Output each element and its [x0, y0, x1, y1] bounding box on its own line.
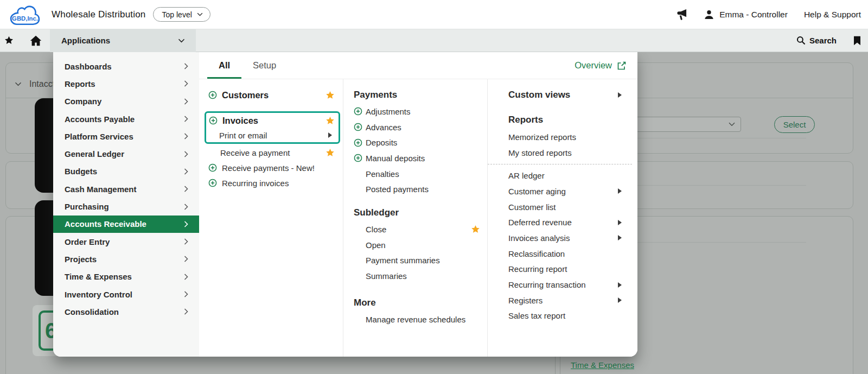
more-section-header: More	[354, 297, 480, 309]
favorite-star-icon[interactable]	[326, 91, 335, 100]
menu-item-label: Close	[366, 225, 386, 234]
chevron-right-icon	[184, 291, 188, 297]
menu-item-open[interactable]: Open	[354, 237, 480, 253]
menu-item-manage-revenue-schedules[interactable]: Manage revenue schedules	[354, 312, 480, 327]
sidebar-item-label: Reports	[65, 79, 95, 88]
tab-setup[interactable]: Setup	[241, 52, 288, 79]
overview-link[interactable]: Overview	[575, 52, 637, 79]
submenu-arrow-icon	[618, 282, 622, 288]
menu-item-customer-aging[interactable]: Customer aging	[508, 183, 622, 199]
menu-item-label: Recurring invoices	[222, 179, 289, 188]
chevron-right-icon	[184, 98, 188, 105]
favorite-star-icon[interactable]	[326, 116, 335, 125]
menu-item-label: Adjustments	[366, 107, 411, 116]
menu-item-ar-ledger[interactable]: AR ledger	[508, 168, 622, 183]
chevron-right-icon	[184, 151, 188, 157]
applications-menu-button[interactable]: Applications	[50, 29, 196, 52]
sidebar-item-label: Platform Services	[65, 132, 133, 141]
time-expenses-link[interactable]: Time & Expenses	[571, 360, 634, 370]
company-logo[interactable]: GBD,Inc.	[3, 3, 47, 27]
menu-item-label: Customer aging	[508, 187, 566, 196]
sidebar-item-accounts-receivable[interactable]: Accounts Receivable	[53, 215, 199, 233]
sidebar-item-general-ledger[interactable]: General Ledger	[53, 145, 199, 162]
menu-item-payment-summaries[interactable]: Payment summaries	[354, 253, 480, 269]
sidebar-item-company[interactable]: Company	[53, 93, 199, 110]
sidebar-item-inventory-control[interactable]: Inventory Control	[53, 286, 199, 303]
menu-item-custom-views[interactable]: Custom views	[508, 89, 622, 101]
collapse-chevron-icon	[15, 82, 22, 86]
sidebar-item-time-expenses[interactable]: Time & Expenses	[53, 268, 199, 286]
menu-item-close[interactable]: Close	[354, 221, 480, 237]
menu-item-label: Print or email	[219, 131, 267, 140]
menu-item-manual-deposits[interactable]: Manual deposits	[354, 150, 480, 166]
flyout-column-payments: Payments Adjustments Advances Deposits	[343, 79, 487, 357]
menu-item-deposits[interactable]: Deposits	[354, 135, 480, 150]
menu-item-recurring-transaction[interactable]: Recurring transaction	[508, 277, 622, 293]
select-button[interactable]: Select	[774, 116, 815, 133]
icon-spacer	[354, 185, 362, 194]
menu-item-receive-payments-new[interactable]: Receive payments - New!	[199, 160, 343, 175]
sidebar-item-accounts-payable[interactable]: Accounts Payable	[53, 110, 199, 128]
sidebar-item-consolidation[interactable]: Consolidation	[53, 303, 199, 320]
favorites-button[interactable]	[4, 36, 14, 45]
menu-item-label: Manage revenue schedules	[366, 315, 465, 324]
sidebar-item-cash-management[interactable]: Cash Management	[53, 180, 199, 198]
toolbar: Applications Search	[0, 29, 868, 52]
sidebar-item-label: Projects	[65, 255, 97, 264]
menu-item-recurring-invoices[interactable]: Recurring invoices	[199, 175, 343, 191]
menu-item-receive-a-payment[interactable]: Receive a payment	[199, 145, 343, 160]
sidebar-item-budgets[interactable]: Budgets	[53, 163, 199, 180]
add-circle-icon	[208, 163, 217, 172]
sidebar-item-projects[interactable]: Projects	[53, 250, 199, 268]
menu-item-penalties[interactable]: Penalties	[354, 166, 480, 182]
applications-sidebar: Dashboards Reports Company Accounts Paya…	[53, 52, 199, 357]
bookmarks-button[interactable]	[853, 36, 861, 46]
entity-selector[interactable]: Top level	[153, 7, 210, 22]
menu-item-sales-tax-report[interactable]: Sales tax report	[508, 308, 622, 324]
sidebar-item-order-entry[interactable]: Order Entry	[53, 233, 199, 250]
home-button[interactable]	[30, 35, 42, 46]
menu-item-invoices[interactable]: Invoices	[206, 113, 339, 128]
menu-item-summaries[interactable]: Summaries	[354, 268, 480, 284]
announcements-button[interactable]	[675, 9, 688, 20]
menu-item-print-or-email[interactable]: Print or email	[206, 128, 339, 142]
sidebar-item-label: Cash Management	[65, 185, 137, 194]
menu-item-label: Customer list	[508, 202, 556, 212]
menu-item-label: Recurring transaction	[508, 280, 586, 289]
favorite-star-icon[interactable]	[471, 225, 480, 234]
sidebar-item-reports[interactable]: Reports	[53, 75, 199, 92]
menu-item-reclassification[interactable]: Reclassification	[508, 246, 622, 262]
icon-spacer	[354, 315, 362, 324]
menu-item-my-stored-reports[interactable]: My stored reports	[508, 145, 622, 161]
menu-item-posted-payments[interactable]: Posted payments	[354, 181, 480, 197]
menu-item-advances[interactable]: Advances	[354, 119, 480, 135]
menu-item-registers[interactable]: Registers	[508, 293, 622, 308]
home-icon	[30, 35, 42, 46]
sidebar-item-dashboards[interactable]: Dashboards	[53, 58, 199, 75]
menu-item-invoices-analysis[interactable]: Invoices analysis	[508, 230, 622, 246]
menu-item-deferred-revenue[interactable]: Deferred revenue	[508, 214, 622, 230]
search-button[interactable]: Search	[796, 36, 837, 45]
menu-item-customers[interactable]: Customers	[199, 87, 343, 103]
flyout-tab-bar: All Setup Overview	[199, 52, 637, 79]
reports-divider	[488, 164, 632, 164]
menu-item-recurring-report[interactable]: Recurring report	[508, 262, 622, 277]
menu-item-memorized-reports[interactable]: Memorized reports	[508, 129, 622, 145]
sidebar-item-platform-services[interactable]: Platform Services	[53, 128, 199, 145]
tab-all[interactable]: All	[207, 52, 241, 79]
topbar-right: Emma - Controller Help & Support	[675, 9, 868, 20]
help-support-link[interactable]: Help & Support	[804, 10, 861, 20]
sidebar-item-label: Inventory Control	[65, 290, 132, 299]
bg-card-header: Intacct	[15, 79, 55, 89]
menu-item-label: Invoices	[222, 116, 258, 126]
favorite-star-icon[interactable]	[326, 148, 335, 157]
menu-item-adjustments[interactable]: Adjustments	[354, 104, 480, 119]
toolbar-right: Search	[796, 36, 868, 46]
icon-spacer	[354, 169, 362, 178]
menu-item-label: Open	[366, 240, 386, 250]
sidebar-item-purchasing[interactable]: Purchasing	[53, 198, 199, 215]
user-menu-button[interactable]: Emma - Controller	[704, 9, 788, 20]
menu-item-label: Payment summaries	[366, 256, 440, 265]
menu-item-customer-list[interactable]: Customer list	[508, 199, 622, 215]
sidebar-item-label: Accounts Receivable	[65, 219, 146, 229]
